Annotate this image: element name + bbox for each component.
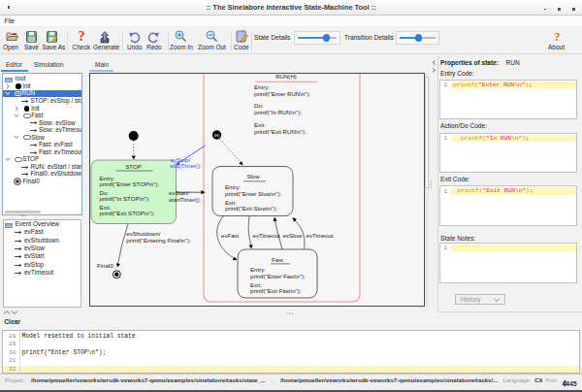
- svg-text:stopTimer();: stopTimer();: [170, 162, 202, 169]
- svg-text:printf("Enter Slow\n");: printf("Enter Slow\n");: [225, 190, 281, 197]
- svg-text:printf("Exit RUN\n");: printf("Exit RUN\n");: [254, 128, 307, 135]
- svg-text:STOP: STOP: [125, 163, 141, 170]
- svg-text:startTimer();: startTimer();: [169, 196, 201, 203]
- svg-text:Final0: Final0: [97, 262, 113, 269]
- svg-text:(H): (H): [214, 133, 220, 138]
- svg-text:Entry:: Entry:: [254, 83, 270, 90]
- svg-text:printf("Exit Fast\n");: printf("Exit Fast\n");: [250, 287, 302, 294]
- svg-text:printf("Enter RUN\n");: printf("Enter RUN\n");: [254, 90, 310, 97]
- svg-text:printf("Exit Slow\n");: printf("Exit Slow\n");: [225, 205, 277, 212]
- svg-text:evTimeout: evTimeout: [307, 232, 335, 239]
- svg-text:evShutdown/: evShutdown/: [126, 230, 161, 237]
- svg-text:printf("In RUN\n");: printf("In RUN\n");: [254, 109, 302, 115]
- svg-text:printf("Exit STOP\n");: printf("Exit STOP\n");: [100, 210, 155, 216]
- svg-text:Entry:: Entry:: [225, 183, 241, 190]
- svg-text:Slow: Slow: [246, 173, 260, 180]
- svg-text:printf("Entering Final\n");: printf("Entering Final\n");: [126, 237, 191, 244]
- svg-text:Fast: Fast: [272, 256, 283, 263]
- svg-text:Do:: Do:: [254, 102, 264, 109]
- svg-text:printf("Enter STOP\n");: printf("Enter STOP\n");: [100, 180, 160, 187]
- svg-text:printf("Enter Fast\n");: printf("Enter Fast\n");: [250, 273, 306, 279]
- svg-text:Entry:: Entry:: [250, 266, 266, 273]
- svg-text:evTimeout: evTimeout: [253, 232, 281, 239]
- svg-text:RUN(H): RUN(H): [275, 74, 297, 80]
- svg-text:Exit:: Exit:: [254, 121, 266, 128]
- svg-text:printf("In STOP\n");: printf("In STOP\n");: [100, 195, 150, 202]
- svg-text:evFast: evFast: [221, 232, 240, 239]
- svg-text:evSlow: evSlow: [283, 232, 303, 239]
